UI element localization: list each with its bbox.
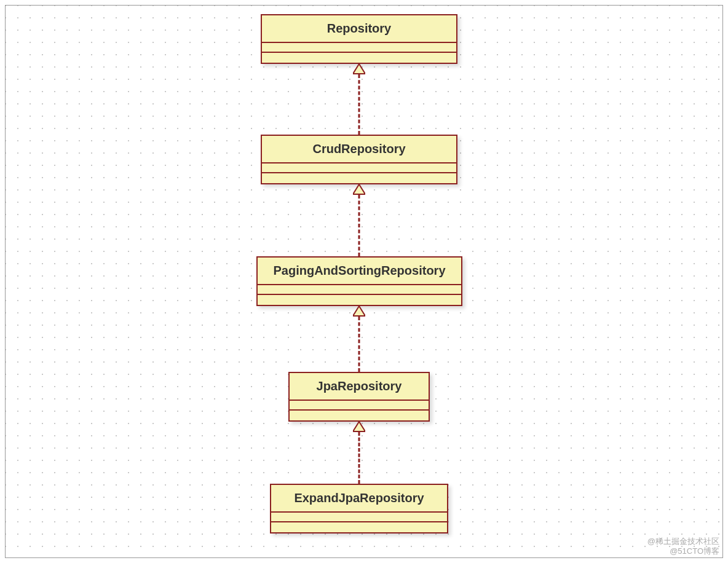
uml-class-title: PagingAndSortingRepository xyxy=(258,258,461,285)
svg-marker-3 xyxy=(353,422,365,431)
uml-attributes xyxy=(290,401,429,411)
uml-class-crudrepository: CrudRepository xyxy=(261,135,457,184)
uml-class-title: Repository xyxy=(262,15,456,43)
watermark-text: @51CTO博客 xyxy=(670,546,719,557)
inheritance-arrow xyxy=(353,65,365,135)
arrow-line xyxy=(358,74,360,135)
uml-operations xyxy=(271,522,447,532)
uml-operations xyxy=(262,173,456,183)
inheritance-arrow xyxy=(353,185,365,256)
uml-operations xyxy=(290,411,429,420)
uml-class-expandjparepository: ExpandJpaRepository xyxy=(270,484,448,533)
svg-marker-2 xyxy=(353,306,365,316)
uml-class-title: ExpandJpaRepository xyxy=(271,485,447,513)
uml-attributes xyxy=(271,513,447,522)
uml-attributes xyxy=(262,43,456,53)
uml-attributes xyxy=(262,163,456,173)
uml-class-title: JpaRepository xyxy=(290,373,429,401)
uml-operations xyxy=(262,53,456,63)
uml-class-pagingandsortingrepository: PagingAndSortingRepository xyxy=(256,256,462,306)
uml-operations xyxy=(258,295,461,305)
uml-class-title: CrudRepository xyxy=(262,136,456,163)
diagram-canvas: Repository CrudRepository PagingAndSorti… xyxy=(5,5,723,558)
arrow-line xyxy=(358,317,360,372)
uml-attributes xyxy=(258,285,461,295)
svg-marker-1 xyxy=(353,184,365,194)
uml-class-repository: Repository xyxy=(261,14,457,64)
arrow-line xyxy=(358,195,360,256)
arrow-line xyxy=(358,432,360,484)
svg-marker-0 xyxy=(353,64,365,74)
inheritance-arrow xyxy=(353,422,365,484)
inheritance-arrow xyxy=(353,307,365,372)
uml-class-jparepository: JpaRepository xyxy=(288,372,430,422)
